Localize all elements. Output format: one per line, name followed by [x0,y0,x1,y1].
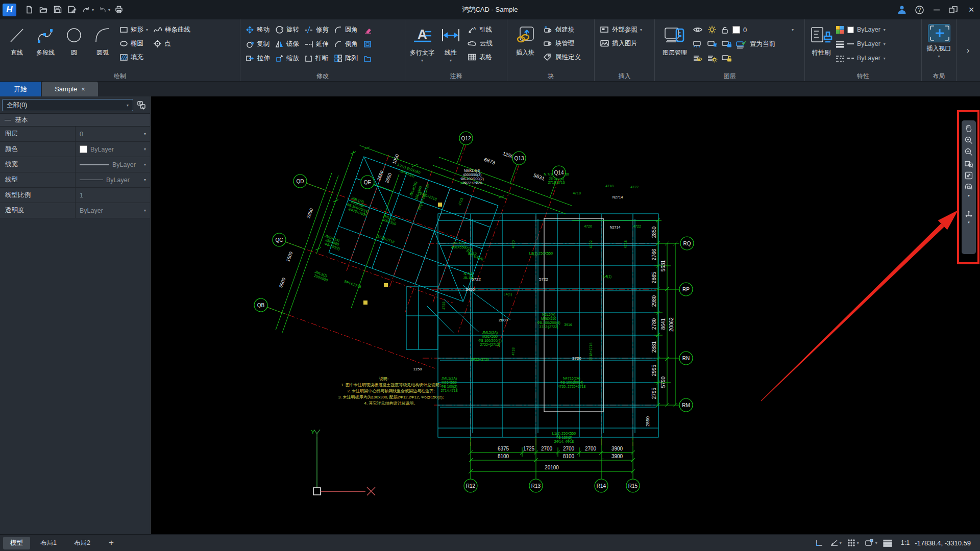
color-caret[interactable]: ▾ [884,28,886,32]
insert-image-button[interactable]: 插入图片 [598,37,644,50]
leader-button[interactable]: A引线 [465,23,495,36]
chamfer-tool-button[interactable]: 倒角 [332,37,360,51]
offset-tool-button[interactable] [361,37,375,51]
layer-off-icon[interactable] [693,40,704,48]
create-block-button[interactable]: 创建块 [541,23,583,36]
stretch-tool-button[interactable]: 拉伸 [243,52,272,65]
prop-transparency-value[interactable]: ByLayer▾ [76,203,150,218]
zoom-out-icon[interactable] [964,147,973,157]
ortho-mode-icon[interactable] [814,538,824,547]
color-control[interactable]: ByLayer ▾ [836,23,886,36]
rotate-tool-button[interactable]: 旋转 [273,23,301,36]
undo-button[interactable] [80,3,93,16]
attribute-define-button[interactable]: 属性定义 [541,51,583,64]
layout-tab-2[interactable]: 布局2 [67,537,97,549]
open-file-button[interactable] [37,3,50,16]
save-button[interactable] [51,3,64,16]
break-tool-button[interactable]: 打断 [302,52,331,65]
layer-dropdown-caret[interactable]: ▾ [792,28,794,32]
prop-lineweight-value[interactable]: ByLayer▾ [76,157,150,172]
point-tool-button[interactable]: 点 [151,37,192,50]
insert-viewport-button[interactable]: 插入视口 ▾ [925,22,953,69]
circle-tool-button[interactable]: 圆 [60,22,88,69]
dimension-caret[interactable]: ▾ [450,58,452,63]
viewport-scale[interactable]: 1:1 [901,539,910,546]
zoom-extents-icon[interactable] [964,171,973,180]
dimension-button[interactable]: 线性▾ [437,22,464,69]
rectangle-tool-button[interactable]: 矩形▾ [117,23,150,36]
erase-tool-button[interactable] [361,23,375,36]
quick-select-button[interactable] [136,99,148,111]
lineweight-caret[interactable]: ▾ [884,42,886,46]
polar-tracking-icon[interactable]: ▾ [829,538,842,547]
linetype-control[interactable]: ByLayer ▾ [836,52,886,65]
ucs-tool-icon[interactable] [964,209,973,218]
layer-match-icon[interactable] [707,54,718,63]
spline-tool-button[interactable]: 样条曲线 [151,23,192,36]
xref-button[interactable]: 外部参照▾ [598,23,644,36]
linetype-caret[interactable]: ▾ [884,56,886,61]
join-tool-button[interactable] [361,52,375,65]
layer-walk-icon[interactable] [693,54,704,62]
redo-button[interactable] [96,3,109,16]
grid-snap-icon[interactable]: ▾ [847,538,859,547]
redo-caret[interactable]: ▾ [108,8,110,12]
ellipse-tool-button[interactable]: 椭圆 [117,37,150,50]
prop-linetype-value[interactable]: ByLayer▾ [76,172,150,187]
add-layout-button[interactable]: + [109,538,114,548]
lineweight-control[interactable]: ByLayer ▾ [836,37,886,51]
layer-unlock-icon[interactable] [720,26,729,34]
insert-block-button[interactable]: 插入块 [510,22,540,69]
move-tool-button[interactable]: 移动 [243,23,272,36]
prop-ltscale-value[interactable]: 1 [76,188,150,203]
layer-lock-icon[interactable] [721,40,732,48]
layout-tab-1[interactable]: 布局1 [33,537,64,549]
xref-caret[interactable]: ▾ [640,28,642,32]
set-current-layer-icon[interactable] [736,40,747,48]
trim-tool-button[interactable]: 修剪 [302,23,331,36]
layer-freeze-icon[interactable] [707,40,718,48]
revcloud-button[interactable]: 云线 [465,37,495,50]
polyline-tool-button[interactable]: 多段线 [32,22,59,69]
extend-tool-button[interactable]: 延伸 [302,37,331,51]
mtext-button[interactable]: A多行文字▾ [408,22,436,69]
copy-tool-button[interactable]: 复制 [243,37,272,51]
user-avatar[interactable] [893,0,911,19]
ribbon-overflow-chevron[interactable]: › [957,19,979,81]
scale-tool-button[interactable]: 缩放 [273,52,301,65]
hatch-tool-button[interactable]: 填充 [117,51,150,64]
table-button[interactable]: 表格 [465,51,495,64]
orbit-caret[interactable]: ▾ [968,194,970,197]
layer-unlock-yellow-icon[interactable] [721,54,732,62]
tab-start[interactable]: 开始 [0,82,41,96]
lineweight-display-icon[interactable] [883,538,893,547]
close-button[interactable]: × [963,0,980,19]
section-basic[interactable]: —基本 [0,113,150,127]
match-properties-button[interactable]: 特性刷 [808,22,835,69]
app-logo[interactable]: H [3,4,16,16]
mtext-caret[interactable]: ▾ [421,58,423,63]
layer-dropdown[interactable]: 0 ▾ [732,26,794,34]
help-button[interactable]: ? [911,0,928,19]
ucs-tool-caret[interactable]: ▾ [968,221,970,223]
prop-color-value[interactable]: ByLayer▾ [76,142,150,157]
line-tool-button[interactable]: 直线 [3,22,31,69]
insert-viewport-caret[interactable]: ▾ [938,54,940,59]
pan-icon[interactable] [964,124,973,133]
new-file-button[interactable] [22,3,36,16]
block-manager-button[interactable]: 块管理 [541,37,583,50]
restore-button[interactable] [945,0,963,19]
object-snap-icon[interactable]: ▾ [864,538,877,547]
layer-manager-button[interactable]: 图层管理 [658,22,692,69]
minimize-button[interactable] [928,0,945,19]
rectangle-caret[interactable]: ▾ [146,28,148,32]
tab-sample[interactable]: Sample× [42,82,98,96]
fillet-tool-button[interactable]: 圆角 [332,23,360,36]
prop-layer-value[interactable]: 0▾ [76,127,150,141]
zoom-in-icon[interactable] [964,136,973,145]
set-current-label[interactable]: 置为当前 [750,40,775,48]
save-as-button[interactable] [65,3,79,16]
layer-on-icon[interactable] [693,26,704,34]
tab-close-icon[interactable]: × [81,85,85,93]
arc-tool-button[interactable]: 圆弧 [89,22,116,69]
